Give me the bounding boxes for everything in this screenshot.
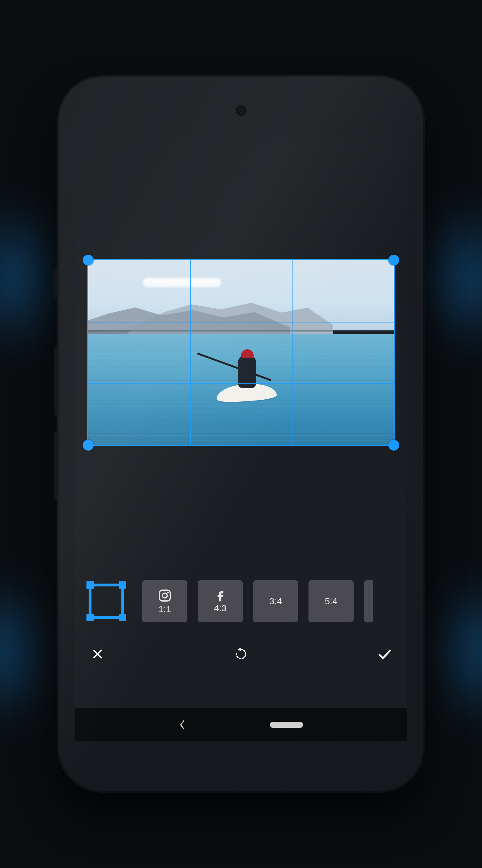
aspect-ratio-1-1[interactable]: 1:1 — [142, 580, 187, 622]
check-icon — [376, 646, 393, 662]
system-nav-bar — [75, 708, 407, 741]
svg-rect-1 — [87, 581, 94, 589]
reset-button[interactable] — [230, 643, 252, 665]
aspect-ratio-toolbar: 1:1 4:3 3:4 5:4 — [75, 569, 407, 627]
svg-rect-3 — [87, 614, 94, 621]
aspect-ratio-more[interactable] — [364, 580, 373, 622]
phone-side-button — [54, 268, 57, 299]
action-bar — [75, 633, 407, 675]
svg-rect-2 — [119, 581, 126, 589]
apply-button[interactable] — [374, 643, 395, 665]
nav-back-button[interactable] — [179, 720, 186, 730]
aspect-ratio-label: 1:1 — [158, 604, 171, 614]
close-icon — [90, 647, 105, 661]
phone-side-button — [54, 431, 57, 500]
aspect-ratio-label: 4:3 — [214, 603, 227, 613]
aspect-ratio-free[interactable] — [81, 579, 132, 624]
cancel-button[interactable] — [87, 643, 108, 665]
svg-point-6 — [162, 593, 167, 598]
nav-home-pill[interactable] — [270, 722, 303, 728]
app-screen: 1:1 4:3 3:4 5:4 — [75, 138, 407, 741]
aspect-ratio-label: 5:4 — [325, 596, 338, 607]
svg-rect-5 — [159, 590, 170, 601]
aspect-ratio-4-3[interactable]: 4:3 — [198, 580, 243, 622]
facebook-icon — [214, 589, 227, 602]
crop-grid-line — [88, 383, 394, 384]
chevron-left-icon — [179, 720, 186, 730]
crop-grid-line — [88, 322, 394, 322]
crop-handle-bottom-left[interactable] — [83, 440, 94, 451]
undo-icon — [233, 646, 249, 662]
aspect-ratio-label: 3:4 — [269, 596, 282, 607]
phone-earpiece — [236, 105, 246, 116]
svg-point-7 — [167, 592, 169, 593]
phone-mockup: 1:1 4:3 3:4 5:4 — [57, 75, 425, 793]
crop-handle-top-left[interactable] — [83, 255, 94, 266]
crop-grid-line — [292, 260, 292, 445]
instagram-icon — [158, 588, 172, 603]
background-glow — [428, 542, 482, 760]
crop-grid-line — [190, 260, 191, 445]
crop-handle-bottom-right[interactable] — [388, 440, 399, 451]
crop-frame[interactable] — [87, 259, 395, 446]
crop-canvas[interactable] — [75, 138, 407, 569]
background-glow — [0, 542, 54, 760]
phone-side-button — [54, 347, 57, 416]
background-glow — [416, 169, 482, 386]
aspect-ratio-5-4[interactable]: 5:4 — [309, 580, 354, 622]
svg-rect-0 — [90, 585, 123, 618]
aspect-ratio-3-4[interactable]: 3:4 — [253, 580, 298, 622]
crop-handle-top-right[interactable] — [388, 255, 399, 266]
app-frame: 1:1 4:3 3:4 5:4 — [0, 0, 482, 868]
svg-rect-4 — [119, 614, 126, 621]
crop-free-icon — [84, 579, 129, 624]
